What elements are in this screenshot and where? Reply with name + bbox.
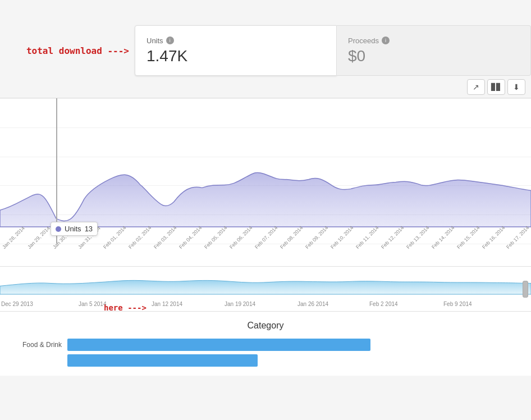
proceeds-value: $0	[348, 47, 519, 65]
mini-label-1: Jan 5 2014	[79, 301, 107, 307]
scrubber-handle[interactable]	[523, 281, 528, 298]
proceeds-info-icon[interactable]: i	[382, 36, 390, 44]
here-label: here --->	[104, 303, 147, 312]
units-panel: Units i 1.47K	[135, 25, 337, 76]
category-bar-container	[67, 339, 520, 351]
category-label: Food & Drink	[11, 341, 62, 349]
category-title: Category	[11, 321, 520, 331]
main-chart[interactable]: Jan 28, 2014 Jan 29, 2014 Jan 30, 2014 J…	[0, 98, 531, 267]
proceeds-label-row: Proceeds i	[348, 36, 519, 45]
bar-chart-button[interactable]: ▊▊	[487, 79, 505, 95]
units-label-row: Units i	[147, 36, 325, 45]
units-value: 1.47K	[147, 47, 325, 65]
top-bar	[0, 0, 531, 25]
category-bar	[67, 339, 370, 351]
tooltip-value: 13	[85, 225, 93, 233]
x-axis: Jan 28, 2014 Jan 29, 2014 Jan 30, 2014 J…	[0, 244, 531, 266]
tooltip-dot	[56, 226, 61, 232]
mini-chart[interactable]: Dec 29 2013 Jan 5 2014 Jan 12 2014 Jan 1…	[0, 267, 531, 312]
bar-chart-icon: ▊▊	[491, 83, 501, 91]
category-section: Category Food & Drink	[0, 312, 531, 376]
chart-toolbar: ↗ ▊▊ ⬇	[0, 76, 531, 98]
mini-chart-svg	[0, 267, 531, 297]
mini-label-2: Jan 12 2014	[152, 301, 182, 307]
download-button[interactable]: ⬇	[507, 79, 525, 95]
category-bar-2	[67, 354, 258, 367]
category-row-2	[11, 354, 520, 367]
proceeds-panel: Proceeds i $0	[337, 25, 531, 76]
proceeds-label: Proceeds	[348, 36, 379, 45]
mini-label-5: Feb 2 2014	[369, 301, 398, 307]
mini-x-axis: Dec 29 2013 Jan 5 2014 Jan 12 2014 Jan 1…	[0, 297, 531, 311]
line-chart-button[interactable]: ↗	[467, 79, 485, 95]
tooltip-label: Units	[65, 225, 81, 233]
category-bar-container-2	[67, 354, 520, 367]
category-row: Food & Drink	[11, 339, 520, 351]
total-download-label: total download --->	[0, 25, 135, 76]
mini-label-0: Dec 29 2013	[1, 301, 33, 307]
units-info-icon[interactable]: i	[166, 36, 174, 44]
line-chart-icon: ↗	[473, 83, 479, 92]
download-icon: ⬇	[513, 83, 520, 92]
stats-row: total download ---> Units i 1.47K Procee…	[0, 25, 531, 76]
chart-tooltip: Units 13	[51, 222, 98, 236]
units-label: Units	[147, 36, 163, 45]
mini-label-6: Feb 9 2014	[443, 301, 472, 307]
mini-label-4: Jan 26 2014	[297, 301, 328, 307]
mini-label-3: Jan 19 2014	[225, 301, 255, 307]
